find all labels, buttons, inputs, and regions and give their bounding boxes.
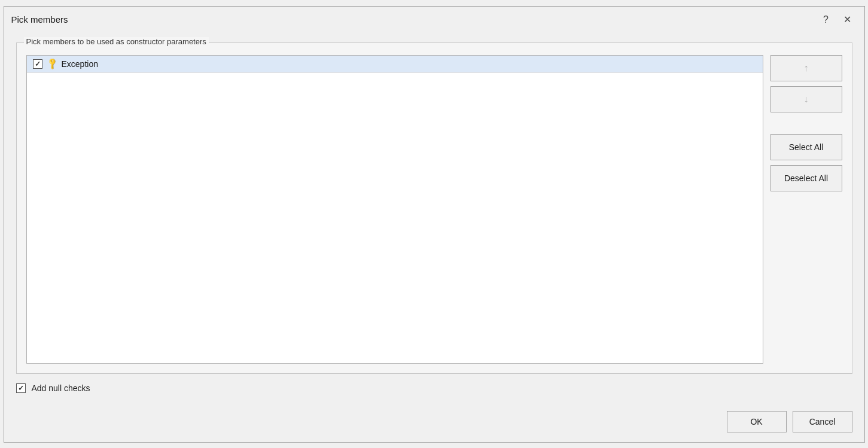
member-name: Exception xyxy=(62,59,98,69)
title-bar: Pick members ? ✕ xyxy=(4,7,864,33)
key-icon: 🔑 xyxy=(45,57,59,71)
dialog-overlay: Pick members ? ✕ Pick members to be used… xyxy=(0,0,868,448)
group-content: ✓ 🔑 Exception ↑ ↓ Select All Deselect Al… xyxy=(26,55,842,364)
checkmark-icon: ✓ xyxy=(35,60,41,68)
move-down-button[interactable]: ↓ xyxy=(770,86,842,112)
move-up-button[interactable]: ↑ xyxy=(770,55,842,81)
dialog-title: Pick members xyxy=(11,14,68,25)
dialog-window: Pick members ? ✕ Pick members to be used… xyxy=(4,6,865,443)
title-bar-left: Pick members xyxy=(11,14,68,25)
group-box-legend: Pick members to be used as constructor p… xyxy=(24,37,209,46)
list-item[interactable]: ✓ 🔑 Exception xyxy=(27,56,763,73)
dialog-footer: OK Cancel xyxy=(4,405,864,442)
deselect-all-button[interactable]: Deselect All xyxy=(770,165,842,191)
spacer xyxy=(770,117,842,129)
title-bar-right: ? ✕ xyxy=(817,11,857,28)
null-checks-row: ✓ Add null checks xyxy=(16,381,852,395)
null-checks-checkbox[interactable]: ✓ xyxy=(16,383,26,393)
cancel-button[interactable]: Cancel xyxy=(793,411,852,432)
dialog-body: Pick members to be used as constructor p… xyxy=(4,33,864,405)
close-button[interactable]: ✕ xyxy=(838,11,857,28)
ok-button[interactable]: OK xyxy=(727,411,787,432)
group-box: Pick members to be used as constructor p… xyxy=(16,42,852,374)
side-buttons-panel: ↑ ↓ Select All Deselect All xyxy=(770,55,842,364)
null-checks-label: Add null checks xyxy=(32,383,90,393)
select-all-button[interactable]: Select All xyxy=(770,134,842,160)
null-checks-checkmark-icon: ✓ xyxy=(18,384,24,392)
help-button[interactable]: ? xyxy=(817,11,836,28)
members-list[interactable]: ✓ 🔑 Exception xyxy=(26,55,763,364)
member-checkbox[interactable]: ✓ xyxy=(33,59,42,69)
